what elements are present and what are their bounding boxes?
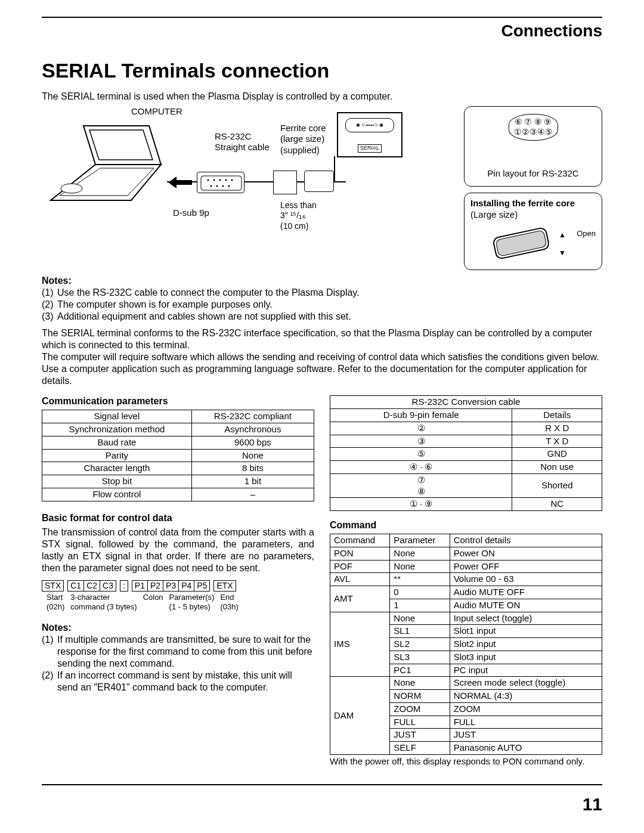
comm-table: Signal levelRS-232C compliantSynchroniza… [42,410,314,501]
note1-1: Use the RS-232C cable to connect the com… [57,287,360,299]
comm-key: Baud rate [42,436,192,449]
comm-val: 9600 bps [191,436,314,449]
cmd-detail: Audio MUTE ON [450,599,602,612]
svg-text:▲: ▲ [559,231,566,239]
laptop-icon [48,123,167,206]
note2-1: If multiple commands are transmitted, be… [57,634,314,670]
cmd-param: None [390,612,450,625]
svg-point-4 [61,184,82,193]
comm-key: Synchronization method [42,423,192,436]
cmd-name: DAM [330,677,390,755]
cmd-detail: ZOOM [450,702,602,716]
para1: The SERIAL terminal conforms to the RS-2… [42,327,602,351]
cmd-param: SELF [390,742,450,755]
fmt-cmd: 3-character command (3 bytes) [70,593,137,612]
cmd-name: PON [330,547,390,560]
conv-pin: ② [330,422,512,435]
cmd-detail: Slot2 input [450,638,602,651]
conv-detail: T X D [512,435,602,448]
note1-2: The computer shown is for example purpos… [57,299,273,311]
svg-marker-5 [168,176,192,188]
comm-key: Signal level [42,410,192,423]
svg-point-11 [231,179,233,181]
cmd-param: NORM [390,690,450,703]
cmd-param: JUST [390,729,450,742]
comm-val: 1 bit [191,475,314,488]
cmd-detail: Input select (toggle) [450,612,602,625]
ferrite-size: (Large size) [470,209,518,219]
label-ferrite-core: Ferrite core (large size) (supplied) [280,123,326,156]
note2-2: If an incorrect command is sent by mista… [57,670,314,693]
notes2-list: (1)If multiple commands are transmitted,… [42,634,314,693]
fmt-colon: : [120,580,128,592]
svg-point-8 [213,179,215,181]
notes1-list: (1)Use the RS-232C cable to connect the … [42,287,602,323]
comm-val: Asynchronous [191,423,314,436]
svg-point-14 [222,185,224,187]
page-number: 11 [583,793,602,816]
cmd-param: ZOOM [390,702,450,716]
cmd-detail: Power ON [450,547,602,560]
pin-row-bottom: ① ② ③ ④ ⑤ [514,127,553,138]
cmd-detail: Screen mode select (toggle) [450,677,602,690]
conv-detail: Non use [512,461,602,474]
cmd-param: None [390,547,450,560]
label-lessthan: Less than 3" ¹⁵/₁₆ (10 cm) [280,200,317,232]
page-title: SERIAL Terminals connection [42,58,602,83]
comm-val: 8 bits [191,462,314,475]
cable-vert [334,156,335,182]
cmd-param: None [390,677,450,690]
fmt-start: Start (02h) [47,593,64,612]
svg-point-7 [208,179,209,181]
basic-text: The transmission of control data from th… [42,527,314,574]
comm-head: Communication parameters [42,395,314,407]
label-dsub9p: D-sub 9p [173,208,209,219]
comm-val: – [191,488,314,501]
serial-port-icon: ◉ ⊂•••••⊃ ◉ SERIAL [337,112,402,157]
para2: The computer will require software which… [42,351,602,387]
comm-key: Character length [42,462,192,475]
comm-val: RS-232C compliant [191,410,314,423]
section-header: Connections [42,20,602,41]
pin-caption: Pin layout for RS-232C [470,168,596,179]
conv-pin: ① · ⑨ [330,498,512,511]
connection-diagram: COMPUTER RS-232C Straight cable Ferrite … [42,106,454,231]
right-column: RS-232C Conversion cable D-sub 9-pin fem… [330,395,602,767]
conv-detail: Shorted [512,473,602,498]
comm-val: None [191,449,314,462]
cmd-param: SL3 [390,651,450,664]
svg-text:▼: ▼ [559,249,566,257]
cmd-detail: Power OFF [450,560,602,573]
cmd-name: POF [330,560,390,573]
cmd-detail: JUST [450,729,602,742]
svg-point-15 [228,185,230,187]
cmd-detail: Slot3 input [450,651,602,664]
cmd-detail: Slot1 input [450,625,602,638]
cmd-param: 0 [390,586,450,599]
comm-key: Parity [42,449,192,462]
conv-pin: ④ · ⑥ [330,461,512,474]
cmd-param: PC1 [390,664,450,677]
ferrite-title: Installing the ferrite core [470,198,575,208]
cmd-detail: NORMAL (4:3) [450,690,602,703]
svg-rect-6 [201,176,242,190]
svg-point-13 [216,185,218,187]
diagram-row: COMPUTER RS-232C Straight cable Ferrite … [42,106,602,271]
cmd-detail: PC input [450,664,602,677]
fmt-etx: ETX [213,580,236,592]
right-boxes: ⑥ ⑦ ⑧ ⑨ ① ② ③ ④ ⑤ Pin layout for RS-232C… [464,106,602,271]
cmd-name: AMT [330,586,390,612]
fmt-end: End (03h) [220,593,238,612]
command-foot: With the power off, this display respond… [330,756,602,767]
conv-pin: ③ [330,435,512,448]
left-column: Communication parameters Signal levelRS-… [42,395,314,767]
conv-pin: ⑦⑧ [330,473,512,498]
cmd-param: FULL [390,716,450,729]
conv-detail: NC [512,498,602,511]
conv-detail: R X D [512,422,602,435]
cmd-param: ** [390,573,450,586]
cmd-param: SL2 [390,638,450,651]
conv-detail: GND [512,448,602,461]
cmd-param: 1 [390,599,450,612]
cmd-param: SL1 [390,625,450,638]
